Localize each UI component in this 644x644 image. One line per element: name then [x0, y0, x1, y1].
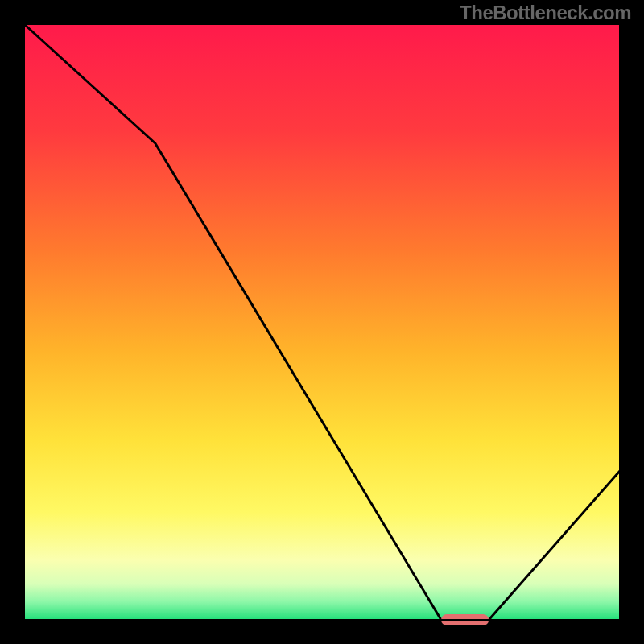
- chart-frame: TheBottleneck.com: [0, 0, 644, 644]
- watermark-text: TheBottleneck.com: [460, 2, 631, 24]
- bottleneck-chart: [0, 0, 644, 644]
- plot-background: [24, 24, 620, 620]
